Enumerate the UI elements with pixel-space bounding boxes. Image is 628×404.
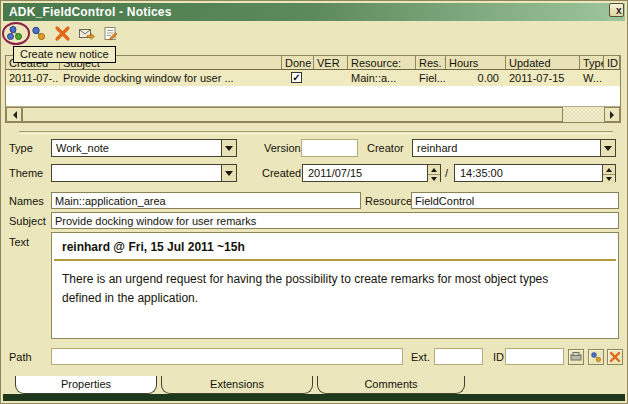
- path-open-button[interactable]: [568, 349, 584, 365]
- row-cell-subject: Provide docking window for user ...: [60, 70, 282, 86]
- column-header-ver[interactable]: VER: [314, 56, 348, 69]
- creator-label: Creator: [367, 139, 404, 157]
- created-date-value: 2011/07/15: [303, 167, 427, 179]
- scroll-left-button[interactable]: [6, 107, 22, 122]
- separator: [19, 131, 613, 134]
- resource-label: Resource: [365, 192, 412, 210]
- edit-notice-button[interactable]: [101, 24, 119, 42]
- column-header-type[interactable]: Type: [580, 56, 604, 69]
- mail-notice-button[interactable]: [77, 24, 95, 42]
- arrow-left-icon: [9, 111, 17, 119]
- arrow-right-icon: [610, 111, 618, 119]
- path-link-notice-button[interactable]: [588, 349, 604, 365]
- id-field[interactable]: [505, 348, 564, 365]
- delete-notice-icon: [54, 25, 71, 42]
- tooltip: Create new notice: [13, 46, 116, 63]
- text-editor[interactable]: reinhard @ Fri, 15 Jul 2011 ~15h There i…: [51, 232, 619, 339]
- notices-table: CreatedSubjectDoneVERResource:Res. THour…: [5, 55, 621, 123]
- creator-value: reinhard: [413, 142, 600, 154]
- row-cell-id: [604, 70, 620, 86]
- creator-combobox[interactable]: reinhard: [412, 139, 616, 157]
- ext-label: Ext.: [411, 348, 430, 366]
- created-time-spinner[interactable]: 14:35:00: [454, 164, 616, 182]
- type-combobox[interactable]: Work_note: [51, 139, 237, 157]
- delete-notice-button[interactable]: [53, 24, 71, 42]
- resource-field[interactable]: [411, 192, 619, 209]
- window-title: ADK_FieldControl - Notices: [9, 5, 172, 19]
- row-cell-type: W...: [580, 70, 604, 86]
- names-label: Names: [9, 192, 44, 210]
- scroll-right-button[interactable]: [604, 107, 620, 122]
- names-field[interactable]: [51, 192, 361, 209]
- row-cell-created: 2011-07-...: [6, 70, 60, 86]
- row-cell-resources: Main::a...: [348, 70, 416, 86]
- row-cell-res_type: Fiel...: [416, 70, 446, 86]
- created-time-value: 14:35:00: [455, 167, 602, 179]
- path-field[interactable]: [51, 348, 403, 365]
- date-time-separator: /: [445, 164, 448, 182]
- open-icon: [570, 351, 582, 363]
- type-label: Type: [9, 139, 33, 157]
- column-header-res_type[interactable]: Res. T: [416, 56, 446, 69]
- path-label: Path: [9, 348, 32, 366]
- column-header-updated[interactable]: Updated: [506, 56, 580, 69]
- ext-field[interactable]: [434, 348, 483, 365]
- text-entry-header: reinhard @ Fri, 15 Jul 2011 ~15h: [52, 233, 618, 258]
- text-label: Text: [9, 233, 29, 251]
- column-header-hours[interactable]: Hours: [446, 56, 506, 69]
- text-rule: [54, 259, 616, 261]
- created-label: Created: [262, 164, 301, 182]
- row-cell-updated: 2011-07-15: [506, 70, 580, 86]
- spin-up-icon[interactable]: [428, 165, 440, 175]
- scrollbar-thumb[interactable]: [22, 107, 563, 122]
- link-notice-icon: [590, 351, 602, 363]
- column-header-id[interactable]: ID: [604, 56, 620, 69]
- spin-up-icon[interactable]: [603, 165, 615, 175]
- chevron-down-icon[interactable]: [221, 140, 236, 156]
- title-bar: ADK_FieldControl - Notices: [3, 3, 625, 21]
- horizontal-scrollbar[interactable]: [6, 106, 620, 122]
- spin-down-icon[interactable]: [428, 175, 440, 184]
- version-field[interactable]: [301, 139, 358, 157]
- close-button[interactable]: x: [609, 3, 624, 17]
- spin-down-icon[interactable]: [603, 175, 615, 184]
- toolbar: [5, 24, 119, 44]
- subject-field[interactable]: [51, 212, 619, 229]
- subject-label: Subject: [9, 212, 46, 230]
- path-clear-button[interactable]: [607, 349, 623, 365]
- mail-notice-icon: [78, 25, 95, 42]
- tab-extensions[interactable]: Extensions: [161, 376, 313, 394]
- link-notice-icon: [30, 25, 47, 42]
- new-notice-icon: [6, 25, 23, 42]
- text-entry-body: There is an urgend request for having th…: [52, 270, 592, 307]
- chevron-down-icon[interactable]: [221, 165, 236, 181]
- window-bottom-edge: [3, 394, 625, 401]
- notices-window: ADK_FieldControl - Notices x: [0, 0, 628, 404]
- column-header-resources[interactable]: Resource:: [348, 56, 416, 69]
- row-cell-done: ✓: [282, 70, 314, 86]
- row-cell-ver: [314, 70, 348, 86]
- tab-properties[interactable]: Properties: [15, 376, 157, 394]
- table-row[interactable]: 2011-07-...Provide docking window for us…: [6, 70, 620, 86]
- type-value: Work_note: [52, 142, 221, 154]
- version-label: Version: [264, 139, 301, 157]
- created-date-spinner[interactable]: 2011/07/15: [302, 164, 441, 182]
- column-header-done[interactable]: Done: [282, 56, 314, 69]
- chevron-down-icon[interactable]: [600, 140, 615, 156]
- theme-combobox[interactable]: [51, 164, 237, 182]
- done-checkbox[interactable]: ✓: [291, 72, 302, 83]
- id-label: ID: [493, 348, 504, 366]
- theme-label: Theme: [9, 164, 43, 182]
- delete-icon: [609, 351, 621, 363]
- link-notice-button[interactable]: [29, 24, 47, 42]
- scrollbar-track[interactable]: [563, 107, 604, 122]
- new-notice-button[interactable]: [5, 24, 23, 42]
- tab-comments[interactable]: Comments: [317, 376, 465, 394]
- edit-notice-icon: [102, 25, 119, 42]
- row-cell-hours: 0.00: [446, 70, 506, 86]
